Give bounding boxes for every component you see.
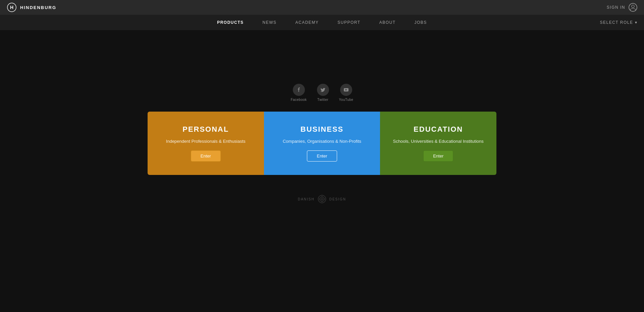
twitter-label: Twitter: [317, 98, 328, 102]
education-subtitle: Schools, Universities & Educational Inst…: [393, 139, 484, 144]
youtube-icon: [340, 84, 352, 96]
education-enter-button[interactable]: Enter: [423, 150, 453, 162]
hindenburg-logo-icon: H: [7, 2, 17, 12]
business-card: BUSINESS Companies, Organisations & Non-…: [264, 112, 380, 175]
chevron-down-icon: ▾: [635, 20, 638, 25]
role-cards: PERSONAL Independent Professionals & Ent…: [148, 112, 496, 175]
nav-item-jobs[interactable]: JOBS: [405, 15, 436, 30]
youtube-label: YouTube: [339, 98, 354, 102]
user-icon: [629, 3, 637, 12]
header: H HINDENBURG SIGN IN: [0, 0, 644, 15]
education-card: EDUCATION Schools, Universities & Educat…: [380, 112, 496, 175]
business-enter-button[interactable]: Enter: [307, 150, 337, 162]
social-icons: Facebook Twitter YouTube: [291, 84, 354, 102]
select-role-dropdown[interactable]: SELECT ROLE ▾: [600, 20, 637, 25]
navbar: PRODUCTS NEWS ACADEMY SUPPORT ABOUT JOBS…: [0, 15, 644, 30]
svg-text:H: H: [10, 5, 13, 10]
sign-in-label: SIGN IN: [607, 5, 625, 10]
twitter-social-item[interactable]: Twitter: [317, 84, 329, 102]
footer-area: DANISH DESIGN: [298, 195, 346, 203]
facebook-social-item[interactable]: Facebook: [291, 84, 307, 102]
danish-design-logo-icon: [318, 195, 326, 203]
svg-point-3: [632, 5, 634, 8]
nav-item-products[interactable]: PRODUCTS: [208, 15, 253, 30]
sign-in-area[interactable]: SIGN IN: [607, 3, 637, 12]
business-subtitle: Companies, Organisations & Non-Profits: [283, 139, 361, 144]
nav-item-academy[interactable]: ACADEMY: [286, 15, 328, 30]
personal-subtitle: Independent Professionals & Enthusiasts: [166, 139, 246, 144]
twitter-icon: [317, 84, 329, 96]
personal-title: PERSONAL: [182, 125, 229, 134]
danish-design-text-left: DANISH: [298, 197, 315, 201]
nav-item-about[interactable]: ABOUT: [370, 15, 405, 30]
facebook-label: Facebook: [291, 98, 307, 102]
youtube-social-item[interactable]: YouTube: [339, 84, 354, 102]
business-title: BUSINESS: [301, 125, 343, 134]
personal-card: PERSONAL Independent Professionals & Ent…: [148, 112, 264, 175]
select-role-label: SELECT ROLE: [600, 20, 633, 25]
main-content: Facebook Twitter YouTube PERSONAL: [0, 30, 644, 312]
nav-item-support[interactable]: SUPPORT: [328, 15, 370, 30]
danish-design-text-right: DESIGN: [329, 197, 346, 201]
education-title: EDUCATION: [414, 125, 463, 134]
personal-enter-button[interactable]: Enter: [191, 150, 221, 162]
logo-text: HINDENBURG: [20, 5, 56, 10]
facebook-icon: [293, 84, 305, 96]
danish-design: DANISH DESIGN: [298, 195, 346, 203]
nav-item-news[interactable]: NEWS: [253, 15, 286, 30]
logo-area[interactable]: H HINDENBURG: [7, 2, 56, 12]
